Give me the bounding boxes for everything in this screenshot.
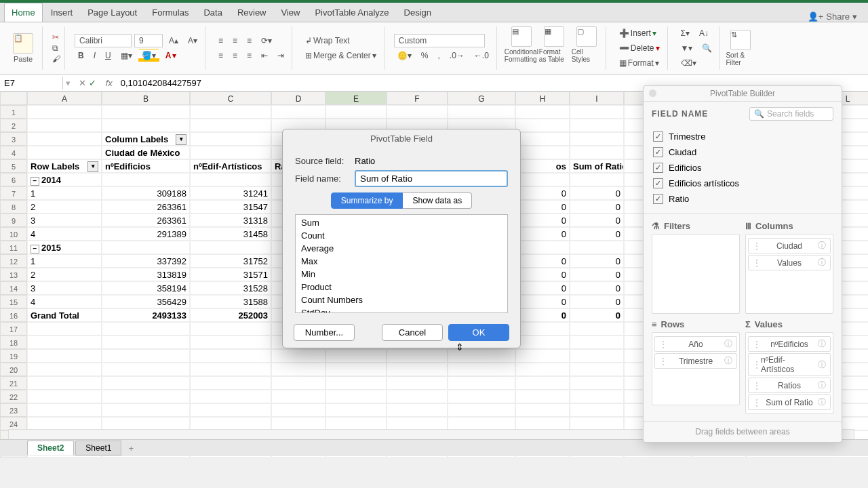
row-header-24[interactable]: 24 [0, 417, 27, 430]
search-fields-input[interactable]: 🔍Search fields [749, 107, 833, 121]
info-icon[interactable]: ⓘ [818, 257, 826, 268]
cell-G24[interactable] [448, 417, 515, 430]
function-option[interactable]: Max [297, 255, 506, 268]
function-option[interactable]: Count [297, 229, 506, 242]
cell-B12[interactable]: 337392 [102, 254, 190, 268]
row-header-7[interactable]: 7 [0, 186, 27, 200]
cell-C1[interactable] [190, 105, 271, 119]
align-center-icon[interactable]: ≡ [229, 49, 241, 62]
function-option[interactable]: Product [297, 281, 506, 293]
cell-H1[interactable] [515, 105, 570, 119]
cell-A4[interactable] [27, 146, 102, 159]
cell-F23[interactable] [387, 403, 448, 417]
paste-button[interactable]: 📋Paste [8, 33, 38, 63]
cell-A16[interactable]: Grand Total [27, 308, 102, 322]
align-bot-icon[interactable]: ≡ [243, 34, 255, 47]
info-icon[interactable]: ⓘ [724, 355, 732, 367]
sheet-tab-other[interactable]: Sheet1 [75, 441, 121, 455]
area-field-pill[interactable]: ⋮ Ciudadⓘ [748, 238, 831, 253]
column-header-D[interactable]: D [271, 92, 326, 105]
align-top-icon[interactable]: ≡ [215, 34, 226, 47]
fill-icon[interactable]: ▼▾ [677, 41, 696, 55]
info-icon[interactable]: ⓘ [818, 380, 826, 391]
cell-B9[interactable]: 263361 [102, 214, 190, 227]
row-header-22[interactable]: 22 [0, 390, 27, 403]
cell-H21[interactable] [515, 376, 570, 390]
field-item[interactable]: ✓Edificios [652, 160, 833, 176]
cell-I20[interactable] [570, 363, 624, 376]
cell-E22[interactable] [326, 390, 387, 403]
cell-C4[interactable] [190, 146, 271, 159]
checkbox-icon[interactable]: ✓ [653, 194, 663, 204]
summarize-by-tab[interactable]: Summarize by [331, 192, 403, 209]
area-field-pill[interactable]: ⋮ Añoⓘ [654, 336, 737, 352]
cell-C18[interactable] [190, 336, 271, 349]
cell-B3[interactable]: Column Labels▾ [102, 132, 190, 146]
cell-B15[interactable]: 356429 [102, 295, 190, 308]
tab-view[interactable]: View [275, 3, 307, 22]
cell-C17[interactable] [190, 322, 271, 336]
cell-E21[interactable] [326, 376, 387, 390]
area-field-pill[interactable]: ⋮ Ratiosⓘ [748, 378, 831, 393]
cancel-button[interactable]: Cancel [382, 324, 443, 341]
wrap-text-button[interactable]: ↲ Wrap Text [302, 34, 353, 47]
borders-button[interactable]: ▦▾ [117, 49, 136, 62]
cell-F21[interactable] [387, 376, 448, 390]
cell-H24[interactable] [515, 417, 570, 430]
tab-insert[interactable]: Insert [44, 3, 80, 22]
column-header-A[interactable]: A [27, 92, 102, 105]
format-as-table-button[interactable]: ▦Format as Table [539, 26, 569, 70]
cell-C23[interactable] [190, 403, 271, 417]
cell-B5[interactable]: nºEdificios [102, 159, 190, 173]
row-header-6[interactable]: 6 [0, 173, 27, 186]
cell-H17[interactable] [515, 322, 570, 336]
cell-A19[interactable] [27, 349, 102, 363]
cell-H8[interactable]: 0 [515, 200, 570, 214]
cell-B23[interactable] [102, 403, 190, 417]
cell-A3[interactable] [27, 132, 102, 146]
format-cells-button[interactable]: ▦ Format ▾ [616, 56, 663, 70]
checkbox-icon[interactable]: ✓ [653, 178, 663, 188]
share-button[interactable]: 👤+ Share ▾ [801, 12, 864, 22]
row-header-11[interactable]: 11 [0, 241, 27, 254]
cell-A22[interactable] [27, 390, 102, 403]
function-option[interactable]: Count Numbers [297, 293, 506, 306]
cell-D22[interactable] [271, 390, 326, 403]
clear-icon[interactable]: ⌫▾ [677, 56, 700, 70]
tab-review[interactable]: Review [231, 3, 273, 22]
cell-A1[interactable] [27, 105, 102, 119]
cell-I12[interactable]: 0 [570, 254, 624, 268]
row-header-21[interactable]: 21 [0, 376, 27, 390]
fx-icon[interactable]: fx [102, 78, 117, 88]
cell-C11[interactable] [190, 241, 271, 254]
tab-home[interactable]: Home [4, 3, 43, 22]
cell-I21[interactable] [570, 376, 624, 390]
cell-B8[interactable]: 263361 [102, 200, 190, 214]
conditional-formatting-button[interactable]: ▤Conditional Formatting [507, 26, 536, 70]
accept-formula-icon[interactable]: ✓ [89, 78, 96, 88]
cell-B1[interactable] [102, 105, 190, 119]
row-header-1[interactable]: 1 [0, 105, 27, 119]
namebox-dropdown-icon[interactable]: ▾ [63, 78, 73, 88]
cell-C8[interactable]: 31547 [190, 200, 271, 214]
column-header-G[interactable]: G [448, 92, 515, 105]
filters-drop-area[interactable] [652, 234, 740, 314]
cell-A12[interactable]: 1 [27, 254, 102, 268]
cell-H2[interactable] [515, 119, 570, 132]
cell-B13[interactable]: 313819 [102, 268, 190, 281]
cell-A2[interactable] [27, 119, 102, 132]
info-icon[interactable]: ⓘ [818, 396, 826, 408]
cell-B11[interactable] [102, 241, 190, 254]
cell-B17[interactable] [102, 322, 190, 336]
cell-C21[interactable] [190, 376, 271, 390]
cell-I8[interactable]: 0 [570, 200, 624, 214]
select-all-corner[interactable] [0, 92, 27, 105]
cell-G23[interactable] [448, 403, 515, 417]
rows-drop-area[interactable]: ⋮ Añoⓘ⋮ Trimestreⓘ [652, 332, 740, 405]
autosum-icon[interactable]: Σ▾ [677, 26, 693, 40]
cell-H16[interactable]: 0 [515, 308, 570, 322]
cell-A20[interactable] [27, 363, 102, 376]
copy-icon[interactable]: ⧉ [52, 43, 58, 53]
cell-H4[interactable] [515, 146, 570, 159]
row-header-10[interactable]: 10 [0, 227, 27, 241]
